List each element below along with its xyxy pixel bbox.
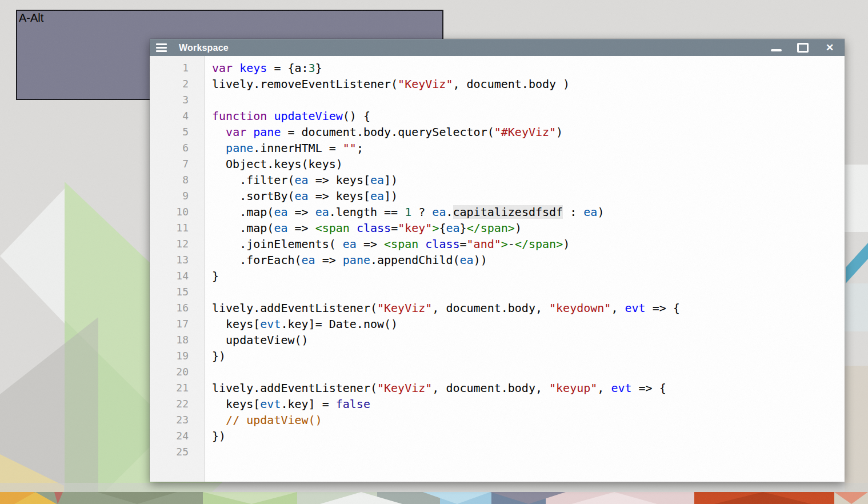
code-line: .filter(ea => keys[ea]) bbox=[212, 172, 845, 188]
maximize-icon bbox=[797, 43, 809, 53]
line-number: 9 bbox=[150, 188, 205, 204]
line-number: 16 bbox=[150, 300, 205, 316]
code-line: Object.keys(keys) bbox=[212, 156, 845, 172]
line-number: 1 bbox=[150, 60, 205, 76]
background-shape bbox=[846, 243, 868, 283]
line-number: 8 bbox=[150, 172, 205, 188]
code-line bbox=[212, 364, 845, 380]
code-content[interactable]: var keys = {a:3}lively.removeEventListen… bbox=[205, 56, 845, 482]
code-line: // updatView() bbox=[212, 412, 845, 428]
window-titlebar[interactable]: Workspace ✕ bbox=[150, 39, 845, 56]
line-number: 15 bbox=[150, 284, 205, 300]
line-number-gutter: 1234567891011121314151617181920212223242… bbox=[150, 56, 205, 482]
code-line bbox=[212, 92, 845, 108]
line-number: 13 bbox=[150, 252, 205, 268]
code-line: lively.addEventListener("KeyViz", docume… bbox=[212, 300, 845, 316]
line-number: 20 bbox=[150, 364, 205, 380]
code-line: .forEach(ea => pane.appendChild(ea)) bbox=[212, 252, 845, 268]
code-line: .joinElements( ea => <span class="and">-… bbox=[212, 236, 845, 252]
code-line: .sortBy(ea => keys[ea]) bbox=[212, 188, 845, 204]
window-controls: ✕ bbox=[770, 42, 835, 54]
line-number: 12 bbox=[150, 236, 205, 252]
line-number: 17 bbox=[150, 316, 205, 332]
code-line: function updateView() { bbox=[212, 108, 845, 124]
a-alt-label: A-Alt bbox=[19, 11, 43, 24]
line-number: 24 bbox=[150, 428, 205, 444]
menu-icon[interactable] bbox=[156, 43, 167, 52]
code-line: pane.innerHTML = ""; bbox=[212, 140, 845, 156]
line-number: 22 bbox=[150, 396, 205, 412]
code-line: var pane = document.body.querySelector("… bbox=[212, 124, 845, 140]
line-number: 2 bbox=[150, 76, 205, 92]
line-number: 3 bbox=[150, 92, 205, 108]
line-number: 10 bbox=[150, 204, 205, 220]
code-line: }) bbox=[212, 428, 845, 444]
code-line bbox=[212, 444, 845, 460]
line-number: 6 bbox=[150, 140, 205, 156]
background-shape bbox=[845, 283, 868, 331]
line-number: 19 bbox=[150, 348, 205, 364]
code-line: keys[evt.key]= Date.now() bbox=[212, 316, 845, 332]
line-number: 4 bbox=[150, 108, 205, 124]
code-line: var keys = {a:3} bbox=[212, 60, 845, 76]
minimize-button[interactable] bbox=[770, 42, 782, 54]
line-number: 5 bbox=[150, 124, 205, 140]
code-editor: 1234567891011121314151617181920212223242… bbox=[150, 56, 845, 482]
line-number: 11 bbox=[150, 220, 205, 236]
code-line bbox=[212, 284, 845, 300]
background-shape bbox=[845, 366, 868, 492]
close-icon: ✕ bbox=[826, 43, 834, 53]
code-line: .map(ea => ea.length == 1 ? ea.capitaliz… bbox=[212, 204, 845, 220]
background-shape bbox=[0, 189, 65, 323]
background-shape bbox=[845, 165, 868, 232]
line-number: 14 bbox=[150, 268, 205, 284]
workspace-window: Workspace ✕ 1234567891011121314151617181… bbox=[150, 39, 845, 482]
code-line: keys[evt.key] = false bbox=[212, 396, 845, 412]
background-shape bbox=[0, 483, 868, 492]
code-line: }) bbox=[212, 348, 845, 364]
window-title: Workspace bbox=[179, 43, 229, 53]
code-line: lively.removeEventListener("KeyViz", doc… bbox=[212, 76, 845, 92]
close-button[interactable]: ✕ bbox=[824, 42, 835, 54]
code-line: updateView() bbox=[212, 332, 845, 348]
maximize-button[interactable] bbox=[797, 42, 809, 54]
minimize-icon bbox=[771, 49, 782, 51]
line-number: 25 bbox=[150, 444, 205, 460]
line-number: 21 bbox=[150, 380, 205, 396]
code-line: } bbox=[212, 268, 845, 284]
line-number: 7 bbox=[150, 156, 205, 172]
code-line: .map(ea => <span class="key">{ea}</span>… bbox=[212, 220, 845, 236]
line-number: 18 bbox=[150, 332, 205, 348]
line-number: 23 bbox=[150, 412, 205, 428]
code-line: lively.addEventListener("KeyViz", docume… bbox=[212, 380, 845, 396]
